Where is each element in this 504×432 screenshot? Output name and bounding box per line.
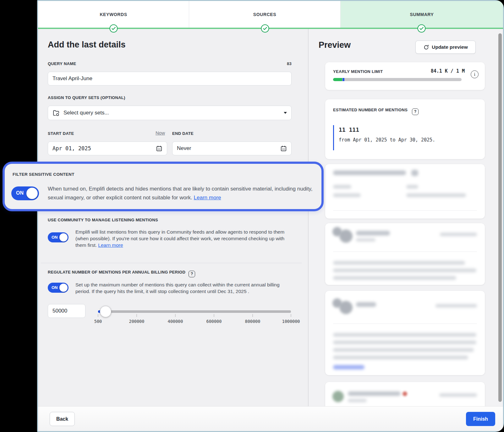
wizard-step-bar: KEYWORDS SOURCES SUMMARY (38, 1, 503, 28)
query-sets-select[interactable]: Select query sets... (48, 106, 292, 120)
page-title: Add the last details (48, 40, 126, 50)
slider-tick-label: 600000 (206, 319, 222, 324)
slider-tick-label: 400000 (168, 319, 183, 324)
tab-keywords-label: KEYWORDS (100, 12, 127, 17)
yearly-mention-limit-card: YEARLY MENTION LIMIT 84.1 K / 1 M i (325, 62, 485, 90)
tab-sources[interactable]: SOURCES (189, 1, 341, 28)
avatar (339, 301, 353, 314)
toggle-on-label: ON (52, 235, 58, 240)
estimated-mentions-card: ESTIMATED NUMBER OF MENTIONS? 11 111 fro… (325, 99, 485, 159)
emoji-dot (403, 391, 407, 396)
back-button[interactable]: Back (50, 412, 75, 426)
community-learn-more-link[interactable]: Learn more (98, 242, 123, 248)
mention-limit-input[interactable] (52, 304, 81, 318)
update-preview-button[interactable]: Update preview (415, 41, 476, 54)
blurred-mention-card (325, 223, 485, 285)
keywords-check-icon (109, 24, 118, 33)
regulate-description-text: Set up the maximum number of mentions th… (75, 282, 280, 294)
regulate-help-icon[interactable]: ? (189, 271, 195, 277)
filter-sensitive-highlight: FILTER SENSITIVE CONTENT ON When turned … (3, 162, 324, 211)
query-sets-folder-icon (52, 109, 60, 117)
scrollbar[interactable] (498, 33, 502, 402)
blurred-summary-card (325, 164, 485, 219)
filter-sensitive-label: FILTER SENSITIVE CONTENT (13, 172, 74, 177)
tab-keywords[interactable]: KEYWORDS (38, 1, 189, 28)
mention-date (436, 304, 477, 307)
regulate-description: Set up the maximum number of mentions th… (75, 281, 283, 295)
tab-summary[interactable]: SUMMARY (341, 1, 503, 28)
end-date-field[interactable]: Never (172, 141, 292, 155)
query-sets-placeholder: Select query sets... (63, 110, 109, 116)
footer-bar: Back Finish (38, 406, 503, 431)
chevron-down-icon (284, 112, 287, 114)
estimate-accent-bar (333, 125, 334, 150)
end-date-label: END DATE (172, 131, 194, 136)
filter-sensitive-description-text: When turned on, Emplifi detects and hide… (48, 186, 313, 201)
mention-limit-field[interactable] (48, 304, 85, 318)
toggle-on-label: ON (52, 285, 58, 290)
now-link[interactable]: Now (156, 130, 165, 136)
section-divider (41, 263, 302, 263)
filter-sensitive-toggle[interactable]: ON (11, 186, 39, 200)
start-date-field[interactable]: Apr 01, 2025 (48, 141, 167, 155)
toggle-knob (59, 233, 68, 241)
calendar-icon (280, 145, 287, 152)
tab-summary-label: SUMMARY (410, 12, 434, 17)
community-toggle[interactable]: ON (48, 232, 68, 242)
slider-tick-label: 1000000 (282, 319, 300, 324)
query-name-field[interactable] (48, 72, 292, 86)
start-date-value: Apr 01, 2025 (52, 145, 91, 152)
toggle-knob (59, 284, 68, 292)
slider-handle[interactable] (100, 306, 111, 317)
mention-limit-slider: 500 200000 400000 600000 800000 1000000 (96, 302, 294, 325)
mention-date (440, 233, 477, 236)
slider-tick-label: 800000 (245, 319, 260, 324)
estimated-label: ESTIMATED NUMBER OF MENTIONS (333, 108, 408, 112)
start-date-label: START DATE (48, 131, 74, 136)
blurred-mention-card (325, 382, 485, 406)
estimated-range: from Apr 01, 2025 to Apr 30, 2025. (339, 137, 435, 143)
app-window: KEYWORDS SOURCES SUMMARY Add the last de… (37, 0, 504, 432)
summary-check-icon (417, 24, 426, 33)
progress-marker (342, 78, 344, 81)
slider-tick-label: 200000 (129, 319, 145, 324)
query-name-counter: 83 (48, 61, 292, 66)
regulate-label: REGULATE NUMBER OF MENTIONS PER ANNUAL B… (48, 270, 185, 274)
filter-sensitive-description: When turned on, Emplifi detects and hide… (48, 185, 322, 202)
toggle-on-label: ON (16, 190, 24, 196)
info-icon[interactable]: i (471, 70, 479, 78)
estimated-value: 11 111 (339, 126, 359, 133)
screenshot-page: KEYWORDS SOURCES SUMMARY Add the last de… (0, 0, 504, 432)
progress-used (333, 78, 342, 81)
community-label: USE COMMUNITY TO MANAGE LISTENING MENTIO… (48, 218, 158, 222)
blurred-mention-card (325, 291, 485, 375)
preview-title: Preview (319, 40, 351, 50)
filter-sensitive-learn-more-link[interactable]: Learn more (194, 195, 221, 201)
sources-check-icon (261, 24, 269, 33)
step-progress-line (38, 28, 503, 29)
yearly-limit-value: 84.1 K / 1 M (431, 68, 465, 74)
regulate-toggle[interactable]: ON (48, 283, 68, 293)
refresh-icon (423, 44, 429, 50)
tab-sources-label: SOURCES (253, 12, 276, 17)
community-description: Emplifi will list mentions from this que… (75, 229, 288, 248)
query-sets-label: ASSIGN TO QUERY SETS (OPTIONAL) (48, 95, 125, 100)
query-name-input[interactable] (52, 72, 287, 85)
avatar (339, 230, 353, 243)
mention-date (439, 393, 477, 397)
yearly-limit-progress-bar (333, 78, 462, 81)
calendar-icon (156, 145, 162, 152)
blurred-link (333, 365, 364, 369)
slider-track[interactable] (98, 310, 291, 313)
avatar (332, 391, 344, 402)
toggle-knob (26, 188, 38, 199)
update-preview-label: Update preview (432, 44, 468, 50)
end-date-value: Never (177, 145, 191, 152)
preview-panel: Preview Update preview YEARLY MENTION LI… (308, 29, 503, 406)
yearly-limit-label: YEARLY MENTION LIMIT (333, 69, 383, 74)
estimated-help-icon[interactable]: ? (412, 108, 419, 115)
slider-tick-label: 500 (94, 319, 102, 324)
finish-button[interactable]: Finish (466, 412, 495, 426)
